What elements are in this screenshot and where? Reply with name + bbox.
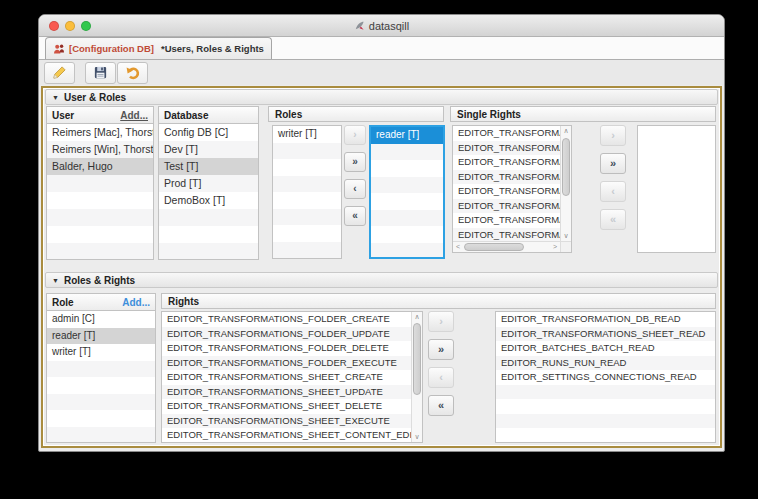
list-item[interactable]: EDITOR_TRANSFORMATIONS_FOLDER_CREATE bbox=[162, 312, 411, 327]
rights-group-title: Rights bbox=[168, 296, 199, 307]
rights-available-rows[interactable]: EDITOR_TRANSFORMATIONS_FOLDER_CREATEEDIT… bbox=[162, 312, 411, 442]
user-rows[interactable]: Reimers [Mac], ThorstenReimers [Win], Th… bbox=[47, 124, 153, 259]
traffic-lights bbox=[49, 21, 91, 31]
list-item[interactable]: EDITOR_TRANSFORMATION bbox=[453, 170, 560, 185]
role-rows[interactable]: admin [C]reader [T]writer [T] bbox=[47, 311, 155, 442]
list-empty-row bbox=[47, 394, 155, 411]
roles-assigned-rows[interactable]: reader [T] bbox=[371, 127, 443, 257]
list-item[interactable]: EDITOR_TRANSFORMATIONS_SHEET_READ bbox=[496, 327, 715, 342]
scroll-left-icon[interactable]: < bbox=[453, 242, 463, 252]
user-list-title: User bbox=[52, 110, 74, 121]
list-item[interactable]: EDITOR_SETTINGS_CONNECTIONS_READ bbox=[496, 370, 715, 385]
move-right-button[interactable]: › bbox=[344, 125, 366, 145]
single-rights-available-rows[interactable]: EDITOR_TRANSFORMATIONEDITOR_TRANSFORMATI… bbox=[453, 126, 560, 241]
list-item[interactable]: EDITOR_TRANSFORMATION bbox=[453, 199, 560, 214]
close-button[interactable] bbox=[49, 21, 59, 31]
list-empty-row bbox=[273, 242, 341, 259]
scroll-down-icon[interactable]: ∨ bbox=[561, 231, 571, 241]
scroll-up-icon[interactable]: ∧ bbox=[412, 312, 422, 322]
move-all-left-button[interactable]: « bbox=[600, 209, 626, 230]
window-title-area: datasqill bbox=[354, 20, 409, 32]
list-item[interactable]: EDITOR_TRANSFORMATION bbox=[453, 126, 560, 141]
role-list: Role Add... admin [C]reader [T]writer [T… bbox=[46, 293, 156, 443]
move-all-left-button[interactable]: « bbox=[344, 206, 366, 226]
list-item[interactable]: EDITOR_RUNS_RUN_READ bbox=[496, 356, 715, 371]
list-item[interactable]: EDITOR_TRANSFORMATION bbox=[453, 228, 560, 242]
vertical-scrollbar[interactable]: ∧ ∨ bbox=[560, 126, 571, 241]
list-item[interactable]: EDITOR_BATCHES_BATCH_READ bbox=[496, 341, 715, 356]
move-all-right-button[interactable]: » bbox=[344, 152, 366, 172]
list-empty-row bbox=[47, 243, 153, 259]
list-item[interactable]: EDITOR_TRANSFORMATIONS_FOLDER_DELETE bbox=[162, 341, 411, 356]
pencil-icon bbox=[52, 65, 67, 80]
collapse-icon: ▼ bbox=[52, 277, 59, 284]
list-item[interactable]: writer [T] bbox=[47, 344, 155, 361]
move-all-right-button[interactable]: » bbox=[600, 153, 626, 174]
add-user-link[interactable]: Add... bbox=[120, 110, 148, 121]
list-item[interactable]: EDITOR_TRANSFORMATIONS_SHEET_CONTENT_EDI… bbox=[162, 428, 411, 442]
scroll-down-icon[interactable]: ∨ bbox=[412, 432, 422, 442]
save-button[interactable] bbox=[85, 62, 116, 84]
horizontal-scrollbar[interactable]: < > bbox=[453, 241, 560, 252]
list-item[interactable]: DemoBox [T] bbox=[159, 192, 258, 209]
toolbar bbox=[39, 60, 724, 85]
database-list-header: Database bbox=[159, 107, 258, 124]
roles-available-rows[interactable]: writer [T] bbox=[273, 126, 341, 258]
list-empty-row bbox=[371, 193, 443, 210]
move-left-button[interactable]: ‹ bbox=[428, 367, 454, 388]
list-item[interactable]: EDITOR_TRANSFORMATIONS_FOLDER_UPDATE bbox=[162, 327, 411, 342]
scroll-right-icon[interactable]: > bbox=[550, 242, 560, 252]
list-item[interactable]: EDITOR_TRANSFORMATION bbox=[453, 141, 560, 156]
minimize-button[interactable] bbox=[65, 21, 75, 31]
section-header-roles-rights[interactable]: ▼ Roles & Rights bbox=[45, 272, 718, 288]
list-item[interactable]: Prod [T] bbox=[159, 175, 258, 192]
section-header-user-roles[interactable]: ▼ User & Roles bbox=[45, 89, 718, 105]
undo-button[interactable] bbox=[117, 62, 148, 84]
scroll-up-icon[interactable]: ∧ bbox=[561, 126, 571, 136]
tab-project-label: [Configuration DB] bbox=[69, 43, 154, 54]
list-item[interactable]: reader [T] bbox=[371, 127, 443, 144]
list-item[interactable]: Reimers [Mac], Thorsten bbox=[47, 124, 153, 141]
list-item[interactable]: EDITOR_TRANSFORMATIONS_SHEET_EXECUTE bbox=[162, 414, 411, 429]
move-all-right-button[interactable]: » bbox=[428, 339, 454, 360]
list-item[interactable]: reader [T] bbox=[47, 328, 155, 345]
undo-icon bbox=[125, 65, 141, 81]
scrollbar-thumb[interactable] bbox=[413, 323, 421, 395]
list-item[interactable]: EDITOR_TRANSFORMATION bbox=[453, 213, 560, 228]
list-item[interactable]: Test [T] bbox=[159, 158, 258, 175]
single-rights-group-header: Single Rights bbox=[450, 106, 716, 122]
list-item[interactable]: EDITOR_TRANSFORMATION bbox=[453, 184, 560, 199]
move-all-left-button[interactable]: « bbox=[428, 395, 454, 416]
database-rows[interactable]: Config DB [C]Dev [T]Test [T]Prod [T]Demo… bbox=[159, 124, 258, 259]
scrollbar-thumb[interactable] bbox=[562, 138, 570, 196]
list-item[interactable]: Balder, Hugo bbox=[47, 158, 153, 175]
zoom-button[interactable] bbox=[81, 21, 91, 31]
list-item[interactable]: Config DB [C] bbox=[159, 124, 258, 141]
list-item[interactable]: EDITOR_TRANSFORMATION_DB_READ bbox=[496, 312, 715, 327]
list-empty-row bbox=[371, 210, 443, 227]
tab-users-roles-rights[interactable]: [Configuration DB] *Users, Roles & Right… bbox=[45, 37, 272, 59]
single-rights-assigned-rows[interactable] bbox=[638, 126, 715, 252]
move-right-button[interactable]: › bbox=[428, 311, 454, 332]
add-role-link[interactable]: Add... bbox=[122, 297, 150, 308]
list-item[interactable]: EDITOR_TRANSFORMATIONS_SHEET_CREATE bbox=[162, 370, 411, 385]
list-item[interactable]: admin [C] bbox=[47, 311, 155, 328]
move-left-button[interactable]: ‹ bbox=[600, 181, 626, 202]
database-list-title: Database bbox=[164, 110, 208, 121]
move-right-button[interactable]: › bbox=[600, 125, 626, 146]
list-item[interactable]: EDITOR_TRANSFORMATIONS_SHEET_DELETE bbox=[162, 399, 411, 414]
list-item[interactable]: EDITOR_TRANSFORMATIONS_FOLDER_EXECUTE bbox=[162, 356, 411, 371]
list-item[interactable]: writer [T] bbox=[273, 126, 341, 143]
edit-button[interactable] bbox=[44, 62, 75, 84]
vertical-scrollbar[interactable]: ∧ ∨ bbox=[411, 312, 422, 442]
list-item[interactable]: EDITOR_TRANSFORMATIONS_SHEET_UPDATE bbox=[162, 385, 411, 400]
rights-assigned-rows[interactable]: EDITOR_TRANSFORMATION_DB_READEDITOR_TRAN… bbox=[496, 312, 715, 442]
list-item[interactable]: Dev [T] bbox=[159, 141, 258, 158]
role-list-header: Role Add... bbox=[47, 294, 155, 311]
scrollbar-thumb[interactable] bbox=[464, 243, 524, 251]
move-left-button[interactable]: ‹ bbox=[344, 179, 366, 199]
database-list: Database Config DB [C]Dev [T]Test [T]Pro… bbox=[158, 106, 259, 260]
main-pane: ▼ User & Roles User Add... Reimers [Mac]… bbox=[41, 86, 722, 448]
list-item[interactable]: EDITOR_TRANSFORMATION bbox=[453, 155, 560, 170]
list-item[interactable]: Reimers [Win], Thorsten bbox=[47, 141, 153, 158]
